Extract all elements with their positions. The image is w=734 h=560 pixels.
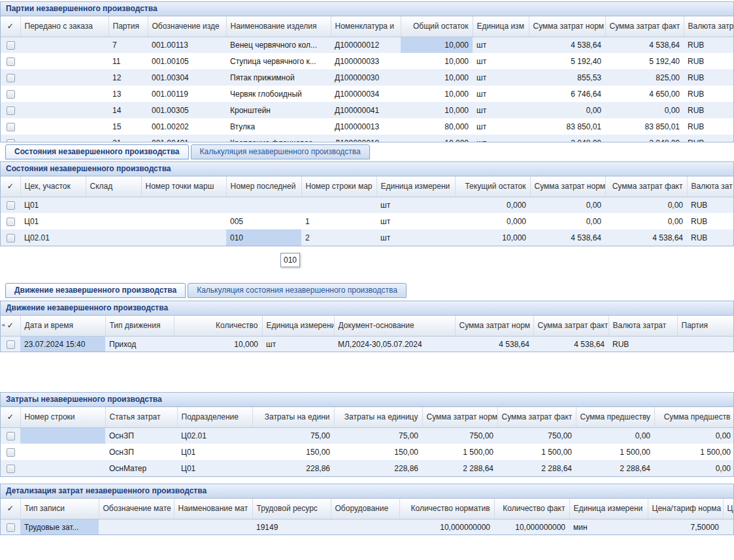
- column-header[interactable]: Подразделение: [177, 407, 252, 427]
- row-checkbox[interactable]: [7, 107, 15, 115]
- grid-cell[interactable]: Д100000034: [331, 86, 401, 102]
- grid-cell[interactable]: 0,00: [605, 197, 687, 213]
- grid-cell[interactable]: 0,000: [455, 213, 530, 229]
- grid-cell[interactable]: 10,000: [401, 135, 473, 142]
- grid-cell[interactable]: 1: [301, 213, 376, 229]
- table-row[interactable]: ОснЗПЦ02.0175,0075,00750,00750,000,000,0…: [1, 427, 734, 444]
- column-header[interactable]: Единица измерени: [376, 176, 455, 197]
- grid-cell[interactable]: 750,00: [497, 427, 576, 444]
- column-header[interactable]: Документ-основание: [334, 316, 455, 336]
- grid-cell[interactable]: 10,000: [401, 86, 473, 102]
- row-checkbox[interactable]: [7, 139, 15, 142]
- column-header[interactable]: Сумма затрат норм: [530, 176, 605, 197]
- column-header[interactable]: Количество: [174, 316, 262, 336]
- column-header[interactable]: Сумма затрат факт: [497, 407, 576, 427]
- grid-cell[interactable]: [20, 460, 105, 476]
- grid-cell[interactable]: 2 048,00: [529, 135, 605, 142]
- column-header[interactable]: Сумма затрат норм: [529, 16, 605, 37]
- table-row[interactable]: Трудовые зат...1914910,00000000010,00000…: [1, 519, 734, 535]
- grid-cell[interactable]: 23.07.2024 15:40: [20, 336, 105, 352]
- grid-cell[interactable]: 12: [108, 69, 148, 86]
- grid-cell[interactable]: 001.00305: [148, 102, 226, 118]
- grid-cell[interactable]: шт: [376, 197, 455, 213]
- row-checkbox[interactable]: [7, 523, 15, 532]
- table-row[interactable]: 23.07.2024 15:40Приход10,000штМЛ,2024-30…: [1, 336, 734, 352]
- grid-cell[interactable]: Ц02.01: [177, 427, 252, 444]
- grid-cell[interactable]: 001.00113: [148, 37, 226, 53]
- column-header[interactable]: Сумма предшеству: [576, 407, 654, 427]
- grid-cell[interactable]: 001.00202: [148, 118, 226, 135]
- column-header[interactable]: Затраты на единицу: [334, 407, 422, 427]
- column-header[interactable]: Сумма затрат норм: [422, 407, 497, 427]
- grid-cell[interactable]: Д100000013: [331, 118, 401, 135]
- column-header[interactable]: Наименование мат: [174, 499, 252, 519]
- grid-cell[interactable]: 5 192,40: [529, 53, 605, 69]
- column-header[interactable]: Тип записи: [20, 499, 99, 519]
- grid-cell[interactable]: 2: [301, 229, 376, 246]
- grid-cell[interactable]: [20, 69, 108, 86]
- grid-cell[interactable]: RUB: [684, 102, 734, 118]
- grid-cell[interactable]: 4 538,64: [530, 229, 605, 246]
- grid-cell[interactable]: Ц01: [177, 460, 252, 476]
- row-checkbox[interactable]: [7, 58, 15, 66]
- grid-cell[interactable]: [20, 37, 108, 53]
- grid-cell[interactable]: 005: [226, 213, 301, 229]
- grid-cell[interactable]: 10,000000000: [399, 519, 494, 535]
- grid-cell[interactable]: RUB: [687, 197, 734, 213]
- grid-cell[interactable]: [677, 336, 734, 352]
- grid-cell[interactable]: Д100000030: [331, 69, 401, 86]
- grid-cell[interactable]: 750,00: [422, 427, 497, 444]
- grid-cell[interactable]: 001.00304: [148, 69, 226, 86]
- grid-cell[interactable]: [20, 53, 108, 69]
- grid-cell[interactable]: [20, 102, 108, 118]
- grid-cell[interactable]: Червяк глобоидный: [226, 86, 331, 102]
- grid-cell[interactable]: 2 288,64: [497, 460, 576, 476]
- column-header[interactable]: Склад: [86, 176, 141, 197]
- tab-wip-movement[interactable]: Движение незавершенного производства: [5, 283, 186, 298]
- grid-cell[interactable]: Венец червячного кол...: [226, 37, 331, 53]
- grid-cell[interactable]: 001.00105: [148, 53, 226, 69]
- grid-cell[interactable]: шт: [473, 69, 529, 86]
- grid-cell[interactable]: Пятак прижимной: [226, 69, 331, 86]
- grid-cell[interactable]: [20, 135, 108, 142]
- grid-cell[interactable]: 11: [108, 53, 148, 69]
- grid-cell[interactable]: МЛ,2024-30,05.07.2024: [334, 336, 455, 352]
- route-point-editor[interactable]: 010: [280, 253, 300, 267]
- grid-cell[interactable]: 001.00119: [148, 86, 226, 102]
- grid-cell[interactable]: 14: [108, 102, 148, 118]
- grid-cell[interactable]: шт: [473, 135, 529, 142]
- table-row[interactable]: Ц01шт0,0000,000,00RUB: [1, 197, 734, 213]
- grid-cell[interactable]: 0,00: [654, 460, 734, 476]
- grid-cell[interactable]: 855,53: [529, 69, 605, 86]
- grid-cell[interactable]: 0,00: [530, 197, 605, 213]
- grid-cell[interactable]: шт: [473, 86, 529, 102]
- table-row[interactable]: 13001.00119Червяк глобоидныйД10000003410…: [1, 86, 734, 102]
- grid-cell[interactable]: [86, 213, 141, 229]
- row-checkbox[interactable]: [7, 432, 15, 440]
- column-header[interactable]: Валюта затр: [684, 16, 734, 37]
- grid-cell[interactable]: [99, 519, 174, 535]
- grid-cell[interactable]: 010: [226, 229, 301, 246]
- column-header[interactable]: Номер последней: [226, 176, 301, 197]
- column-header[interactable]: Сумма предшеств: [654, 407, 734, 427]
- grid-cell[interactable]: 1 500,00: [576, 444, 654, 460]
- column-header[interactable]: Оборудование: [331, 499, 399, 519]
- grid-cell[interactable]: RUB: [684, 118, 734, 135]
- grid-cell[interactable]: Ступица червячного к...: [226, 53, 331, 69]
- grid-cell[interactable]: Трудовые зат...: [20, 519, 99, 535]
- grid-cell[interactable]: 21: [108, 135, 148, 142]
- table-row[interactable]: 7001.00113Венец червячного кол...Д100000…: [1, 37, 734, 53]
- grid-cell[interactable]: Ц01: [20, 213, 86, 229]
- grid-cell[interactable]: 83 850,01: [605, 118, 684, 135]
- grid-cell[interactable]: 10,000000000: [494, 519, 569, 535]
- grid-cell[interactable]: ОснЗП: [105, 427, 177, 444]
- grid-cell[interactable]: Д100000033: [331, 53, 401, 69]
- column-header[interactable]: Валюта затрат: [609, 316, 677, 336]
- grid-cell[interactable]: RUB: [684, 37, 734, 53]
- row-checkbox[interactable]: [7, 201, 15, 210]
- grid-cell[interactable]: 19149: [252, 519, 331, 535]
- select-all-header[interactable]: ✓: [1, 407, 20, 427]
- row-checkbox[interactable]: [7, 465, 15, 473]
- row-checkbox[interactable]: [7, 90, 15, 99]
- grid-cell[interactable]: Д100000018: [331, 135, 401, 142]
